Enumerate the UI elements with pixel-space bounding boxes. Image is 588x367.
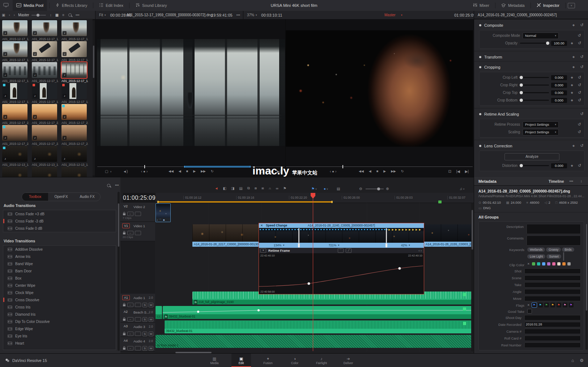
settings-gear-icon[interactable]: ⚙ — [580, 358, 584, 363]
overwrite-clip-icon[interactable]: ⧇ — [255, 186, 257, 190]
reset-icon[interactable]: ↺ — [579, 23, 585, 27]
a2-small-clip[interactable]: C2... — [155, 306, 162, 319]
collapse-curve-icon[interactable]: ▾ — [260, 248, 266, 253]
viewer-mode-icon[interactable]: ▢˅ — [105, 169, 114, 173]
jump-to-last-frame[interactable]: ▶▶ — [391, 169, 396, 173]
media-clip[interactable]: ♪A01_2015-12-17_1... — [61, 41, 89, 62]
clip-color-swatch[interactable] — [547, 262, 550, 265]
tab-toolbox[interactable]: Toolbox — [22, 193, 48, 201]
mute-button[interactable]: M — [149, 346, 153, 351]
speed-change-handle[interactable] — [298, 243, 300, 247]
thumbnail-size-slider[interactable] — [31, 15, 46, 16]
media-clip[interactable]: ♪A01_2015-12-13_1... — [61, 146, 89, 167]
scrollbar-thumb[interactable] — [586, 224, 587, 311]
track-header-v2[interactable]: V2Video 2↔7 Clips — [120, 203, 155, 222]
source-viewer-video[interactable] — [97, 39, 285, 146]
track-header-a2[interactable]: A2Beach S...2.0↔SM — [120, 308, 155, 323]
metadata-input[interactable] — [524, 336, 581, 341]
transition-item[interactable]: Additive Dissolve — [3, 246, 116, 253]
track-destination-a1[interactable]: A1 — [122, 295, 130, 300]
transition-item[interactable]: Center Wipe — [3, 282, 116, 289]
clip-thumbnail[interactable]: ♪ — [2, 20, 27, 36]
retime-curve-area[interactable]: 22:42:40:10 22:42:40:10 22:40:58:00 — [259, 253, 424, 294]
section-enable-dot[interactable] — [479, 66, 481, 68]
crop-slider[interactable] — [520, 100, 549, 101]
crop-value[interactable]: 0.000 — [551, 90, 567, 95]
media-clip[interactable]: ♪A01_2015-12-13_1... — [2, 146, 30, 167]
metadata-textarea[interactable] — [527, 236, 581, 246]
next-edit-icon[interactable]: ▶| — [465, 169, 469, 173]
stop[interactable]: ■ — [186, 169, 188, 173]
a2-clip[interactable]: fx39432_bluebeat-01 — [163, 306, 471, 319]
reset-icon[interactable]: ↺ — [579, 143, 585, 148]
track-mode-icon[interactable] — [135, 332, 141, 336]
media-clip[interactable]: ♪A01_2015-12-13_1... — [2, 167, 30, 177]
source-playhead-tick[interactable] — [144, 165, 145, 168]
flag-swatch[interactable]: ⚑ — [550, 303, 555, 307]
media-clip[interactable]: ♪A01_2015-12-17_1... — [32, 62, 59, 83]
scrollbar-thumb[interactable] — [93, 46, 94, 78]
metadata-input[interactable]: 2016:01:28 — [524, 322, 581, 327]
clip-thumbnail[interactable]: ♪ — [32, 62, 57, 78]
media-clip[interactable]: ♪A01_2015-12-17_1... — [2, 41, 30, 62]
effects-scrollbar[interactable] — [118, 192, 120, 351]
metadata-scrollbar[interactable] — [585, 224, 588, 350]
close-icon[interactable]: ✕ — [260, 223, 263, 228]
slider-knob[interactable] — [377, 187, 380, 190]
reset-icon[interactable]: ↺ — [577, 90, 582, 95]
transition-item[interactable]: Eye Iris — [3, 332, 116, 340]
clip-color-swatch[interactable] — [567, 262, 571, 265]
metadata-textarea[interactable] — [527, 224, 581, 234]
auto-select-icon[interactable]: ↔ — [127, 346, 133, 350]
slider-knob[interactable] — [520, 76, 523, 79]
transition-item[interactable]: Barn Door — [3, 267, 116, 275]
slider-knob[interactable] — [37, 14, 39, 17]
more-options-icon[interactable]: ••• — [76, 13, 80, 17]
bin-view-icon[interactable]: ▣ — [2, 13, 5, 17]
media-clip[interactable]: ♪A01_2015-12-13_1... — [32, 146, 59, 167]
v2-clip[interactable]: ♪⌒◆ — [155, 203, 171, 222]
auto-select-icon[interactable]: ↔ — [127, 317, 133, 321]
section-enable-dot[interactable] — [479, 145, 481, 147]
timeline-options-icon[interactable]: ♫ ˅ — [460, 187, 465, 191]
media-clip[interactable]: ♪A01_2015-12-17_1... — [2, 62, 30, 83]
search-icon[interactable] — [68, 13, 72, 17]
page-fusion[interactable]: ✦Fusion — [258, 354, 278, 367]
keyframe-icon[interactable]: ◆ — [570, 76, 574, 79]
curve-linear-icon[interactable]: ╱ — [346, 248, 351, 253]
flag-swatch[interactable]: ⚑ — [557, 303, 561, 307]
metadata-mode[interactable]: Timeline — [549, 179, 564, 184]
track-destination-v2[interactable]: V2 — [122, 204, 129, 208]
page-color[interactable]: ◑Color — [285, 354, 304, 367]
media-clip[interactable]: ♪A01_2015-12-13_1... — [32, 167, 59, 177]
section-cropping[interactable]: Cropping ◆ ↺ — [474, 61, 588, 71]
loop[interactable]: ↻ — [401, 169, 404, 173]
lock-icon[interactable] — [123, 302, 126, 308]
a4-clip[interactable]: ity from inside 1 — [155, 335, 471, 348]
play-forward[interactable]: ▶ — [383, 169, 386, 173]
clip-color-swatch[interactable] — [552, 262, 555, 265]
clip-thumbnail[interactable]: ♪ — [61, 41, 87, 57]
insert-clip-icon[interactable]: ⧉ — [247, 186, 250, 190]
metadata-input[interactable] — [524, 289, 581, 294]
metadata-input[interactable] — [524, 275, 581, 281]
slider-knob[interactable] — [520, 164, 523, 167]
track-mode-icon[interactable] — [135, 212, 141, 216]
keyframe-icon[interactable]: ◆ — [571, 144, 576, 147]
clip-thumbnail[interactable]: ♪ — [32, 20, 57, 36]
snapping-icon[interactable]: ∩ — [269, 186, 271, 190]
media-clip[interactable]: ♪A01_2015-12-17_2... — [2, 104, 30, 125]
reset-icon[interactable]: ↺ — [579, 65, 585, 69]
inspector-button[interactable]: Inspector — [533, 0, 563, 11]
reset-icon[interactable]: ↺ — [579, 55, 585, 59]
clip-thumbnail[interactable]: ♪ — [61, 104, 87, 120]
crop-value[interactable]: 0.000 — [551, 98, 567, 103]
auto-select-icon[interactable]: ↔ — [127, 231, 133, 235]
clip-thumbnail[interactable]: ♪ — [61, 125, 87, 141]
lock-icon[interactable] — [123, 316, 126, 323]
media-clip[interactable]: ♪A01_2015-12-17_1... — [61, 62, 89, 83]
track-mode-icon[interactable] — [135, 231, 141, 235]
razor-tool[interactable]: ▤ — [239, 186, 242, 190]
match-frame-icon[interactable]: ⊡ — [448, 169, 451, 173]
scrollbar-thumb[interactable] — [472, 210, 473, 250]
